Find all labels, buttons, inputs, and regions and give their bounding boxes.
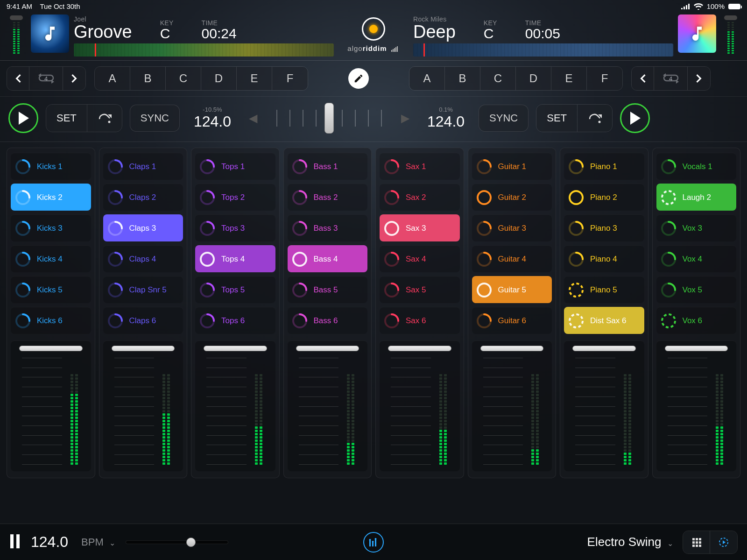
channel-fader[interactable] bbox=[288, 340, 368, 471]
hotcue-c[interactable]: C bbox=[480, 67, 516, 90]
deck-a-play-button[interactable] bbox=[8, 103, 38, 133]
clip-slot[interactable]: Sax 3 bbox=[380, 214, 460, 241]
fader-cap[interactable] bbox=[572, 346, 636, 351]
clip-slot[interactable]: Vox 4 bbox=[656, 245, 737, 272]
nudge-right-icon[interactable]: ▶ bbox=[397, 112, 413, 125]
clip-slot[interactable]: Tops 3 bbox=[195, 214, 275, 241]
deck-a-waveform[interactable] bbox=[74, 43, 334, 57]
clip-slot[interactable]: Sax 6 bbox=[380, 307, 460, 334]
channel-fader[interactable] bbox=[472, 340, 552, 471]
clip-slot[interactable]: Vox 6 bbox=[656, 307, 737, 334]
clip-slot[interactable]: Guitar 3 bbox=[472, 214, 552, 241]
clip-slot[interactable]: Piano 5 bbox=[564, 276, 644, 303]
clip-slot[interactable]: Kicks 5 bbox=[11, 276, 91, 303]
clip-slot[interactable]: Claps 4 bbox=[103, 245, 183, 272]
next-button[interactable] bbox=[63, 67, 85, 90]
clip-slot[interactable]: Bass 6 bbox=[288, 307, 368, 334]
crossfader[interactable] bbox=[268, 105, 390, 132]
clip-slot[interactable]: Bass 2 bbox=[288, 184, 368, 211]
fader-cap[interactable] bbox=[19, 346, 83, 351]
clip-slot[interactable]: Laugh 2 bbox=[656, 184, 737, 211]
hotcue-a[interactable]: A bbox=[95, 67, 130, 90]
clip-slot[interactable]: Tops 6 bbox=[195, 307, 275, 334]
hotcue-b[interactable]: B bbox=[130, 67, 166, 90]
nudge-left-icon[interactable]: ◀ bbox=[245, 112, 261, 125]
clip-slot[interactable]: Kicks 6 bbox=[11, 307, 91, 334]
fader-cap[interactable] bbox=[480, 346, 544, 351]
clip-slot[interactable]: Tops 4 bbox=[195, 245, 275, 272]
loop-button[interactable]: 4 bbox=[29, 67, 63, 90]
hotcue-f[interactable]: F bbox=[587, 67, 622, 90]
fader-cap[interactable] bbox=[296, 346, 359, 351]
fader-cap[interactable] bbox=[665, 346, 728, 351]
preset-dropdown[interactable]: Electro Swing ⌄ bbox=[587, 535, 673, 549]
mixer-button[interactable] bbox=[363, 532, 384, 553]
clip-slot[interactable]: Guitar 6 bbox=[472, 307, 552, 334]
clip-slot[interactable]: Bass 4 bbox=[288, 245, 368, 272]
deck-a-handle[interactable] bbox=[10, 15, 23, 20]
deck-b-play-button[interactable] bbox=[620, 103, 650, 133]
hotcue-b[interactable]: B bbox=[445, 67, 480, 90]
clip-slot[interactable]: Vox 3 bbox=[656, 214, 737, 241]
clip-slot[interactable]: Dist Sax 6 bbox=[564, 307, 644, 334]
clip-slot[interactable]: Vox 5 bbox=[656, 276, 737, 303]
hotcue-d[interactable]: D bbox=[201, 67, 237, 90]
prev-button[interactable] bbox=[632, 67, 654, 90]
channel-fader[interactable] bbox=[11, 340, 91, 471]
deck-b-handle[interactable] bbox=[724, 15, 737, 20]
set-button[interactable]: SET bbox=[536, 105, 578, 132]
fader-cap[interactable] bbox=[204, 346, 267, 351]
clip-slot[interactable]: Claps 3 bbox=[103, 214, 183, 241]
record-button[interactable] bbox=[362, 17, 385, 41]
clip-slot[interactable]: Piano 2 bbox=[564, 184, 644, 211]
clip-slot[interactable]: Claps 6 bbox=[103, 307, 183, 334]
deck-b-artwork[interactable] bbox=[678, 14, 716, 53]
bpm-dropdown[interactable]: BPM ⌄ bbox=[78, 536, 115, 548]
hotcue-c[interactable]: C bbox=[166, 67, 201, 90]
hotcue-e[interactable]: E bbox=[237, 67, 272, 90]
channel-fader[interactable] bbox=[195, 340, 275, 471]
hotcue-f[interactable]: F bbox=[272, 67, 308, 90]
clip-slot[interactable]: Piano 3 bbox=[564, 214, 644, 241]
deck-a-sync-button[interactable]: SYNC bbox=[130, 105, 180, 132]
prev-button[interactable] bbox=[7, 67, 29, 90]
cue-jump-button[interactable] bbox=[87, 105, 122, 132]
channel-fader[interactable] bbox=[656, 340, 737, 471]
clip-slot[interactable]: Bass 1 bbox=[288, 153, 368, 180]
clip-slot[interactable]: Tops 5 bbox=[195, 276, 275, 303]
loop-button[interactable]: 4 bbox=[654, 67, 688, 90]
edit-button[interactable] bbox=[348, 68, 369, 89]
cue-jump-button[interactable] bbox=[578, 105, 612, 132]
clip-slot[interactable]: Guitar 1 bbox=[472, 153, 552, 180]
hotcue-d[interactable]: D bbox=[516, 67, 551, 90]
clip-slot[interactable]: Clap Snr 5 bbox=[103, 276, 183, 303]
clip-slot[interactable]: Tops 2 bbox=[195, 184, 275, 211]
clip-slot[interactable]: Guitar 5 bbox=[472, 276, 552, 303]
clip-slot[interactable]: Claps 1 bbox=[103, 153, 183, 180]
clip-slot[interactable]: Bass 3 bbox=[288, 214, 368, 241]
deck-b-waveform[interactable] bbox=[413, 43, 673, 57]
channel-fader[interactable] bbox=[103, 340, 183, 471]
clip-slot[interactable]: Claps 2 bbox=[103, 184, 183, 211]
hotcue-a[interactable]: A bbox=[409, 67, 445, 90]
crossfader-knob[interactable] bbox=[324, 103, 334, 134]
clip-slot[interactable]: Bass 5 bbox=[288, 276, 368, 303]
clip-slot[interactable]: Piano 4 bbox=[564, 245, 644, 272]
fader-cap[interactable] bbox=[388, 346, 451, 351]
set-button[interactable]: SET bbox=[46, 105, 87, 132]
clip-slot[interactable]: Kicks 3 bbox=[11, 214, 91, 241]
clip-slot[interactable]: Kicks 2 bbox=[11, 184, 91, 211]
grid-view-button[interactable] bbox=[683, 531, 710, 553]
clip-slot[interactable]: Vocals 1 bbox=[656, 153, 737, 180]
fader-cap[interactable] bbox=[112, 346, 175, 351]
channel-fader[interactable] bbox=[564, 340, 644, 471]
tempo-slider[interactable] bbox=[126, 539, 228, 546]
deck-b-sync-button[interactable]: SYNC bbox=[479, 105, 529, 132]
queue-button[interactable] bbox=[710, 531, 737, 553]
next-button[interactable] bbox=[688, 67, 710, 90]
clip-slot[interactable]: Sax 4 bbox=[380, 245, 460, 272]
clip-slot[interactable]: Sax 1 bbox=[380, 153, 460, 180]
clip-slot[interactable]: Kicks 1 bbox=[11, 153, 91, 180]
clip-slot[interactable]: Sax 2 bbox=[380, 184, 460, 211]
clip-slot[interactable]: Piano 1 bbox=[564, 153, 644, 180]
